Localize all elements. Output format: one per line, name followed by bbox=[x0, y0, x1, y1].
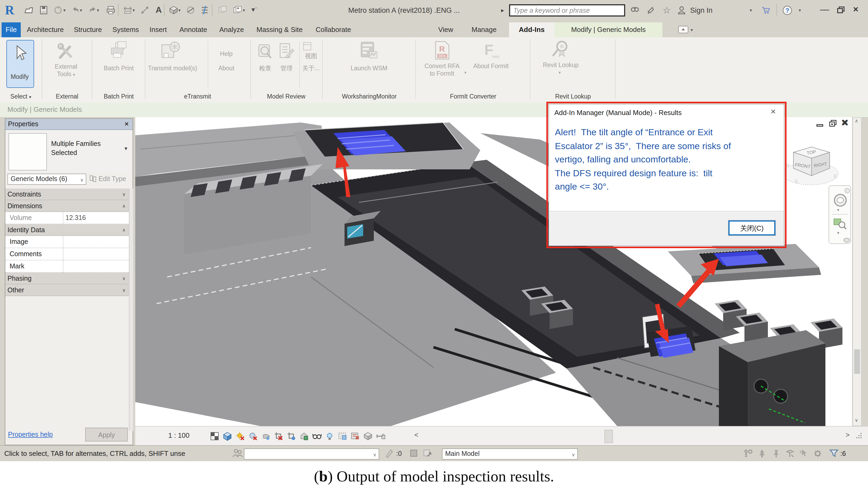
tab-systems[interactable]: Systems bbox=[110, 22, 141, 37]
sign-in-avatar-icon[interactable] bbox=[675, 4, 688, 16]
view-close-icon[interactable]: 🗙 bbox=[841, 119, 848, 127]
row-comments[interactable]: Comments bbox=[5, 248, 129, 260]
communication-center-icon[interactable] bbox=[644, 4, 657, 16]
exchange-cart-icon[interactable] bbox=[759, 4, 772, 16]
navigation-bar[interactable]: ▾ ▾ bbox=[829, 185, 851, 244]
about-formit-icon[interactable]: FPRO bbox=[480, 40, 500, 61]
switch-windows-dropdown[interactable]: ▾ bbox=[243, 8, 245, 13]
select-pinned-icon[interactable] bbox=[771, 448, 781, 461]
design-option-combo[interactable]: Main Model∨ bbox=[442, 448, 578, 460]
model-review-manage-label[interactable]: 管理 bbox=[275, 64, 298, 72]
close-hidden-windows-icon[interactable] bbox=[216, 4, 229, 16]
wsm-panel-label[interactable]: WorksharingMonitor bbox=[323, 92, 415, 101]
hscroll-thumb[interactable] bbox=[604, 430, 613, 443]
tab-file[interactable]: File bbox=[2, 22, 21, 37]
section-constraints[interactable]: Constraints∨ bbox=[5, 188, 129, 200]
tab-analyze[interactable]: Analyze bbox=[217, 22, 246, 37]
tab-massing-site[interactable]: Massing & Site bbox=[254, 22, 305, 37]
batch-print-panel-label[interactable]: Batch Print bbox=[93, 92, 145, 101]
apply-button[interactable]: Apply bbox=[85, 428, 128, 441]
etransmit-help-label[interactable]: Help bbox=[213, 50, 240, 58]
switch-windows-icon[interactable] bbox=[231, 4, 244, 16]
model-review-check-icon[interactable] bbox=[257, 41, 275, 61]
tab-collaborate[interactable]: Collaborate bbox=[313, 22, 354, 37]
row-volume[interactable]: Volume 12.316 bbox=[5, 212, 129, 224]
tab-add-ins[interactable]: Add-Ins bbox=[509, 22, 554, 37]
favorites-star-icon[interactable]: ☆ bbox=[660, 4, 673, 16]
tab-insert[interactable]: Insert bbox=[146, 22, 170, 37]
external-panel-label[interactable]: External bbox=[42, 92, 91, 101]
row-image[interactable]: Image bbox=[5, 236, 129, 248]
visual-style-icon[interactable] bbox=[221, 430, 233, 441]
thin-lines-icon[interactable] bbox=[198, 4, 211, 16]
batch-print-label[interactable]: Batch Print bbox=[96, 64, 142, 72]
type-selector[interactable]: Multiple Families Selected ▼ bbox=[5, 130, 133, 171]
redo-dropdown[interactable]: ▾ bbox=[97, 8, 99, 13]
3d-view-dropdown[interactable]: ▾ bbox=[179, 8, 181, 13]
search-expand-icon[interactable]: ▸ bbox=[501, 7, 504, 14]
convert-rfa-label[interactable]: Convert RFAto FormIt bbox=[422, 62, 462, 77]
section-other[interactable]: Other∨ bbox=[5, 284, 129, 296]
aligned-dimension-icon[interactable] bbox=[138, 4, 151, 16]
tab-view[interactable]: View bbox=[435, 22, 456, 37]
sun-path-icon[interactable] bbox=[234, 430, 245, 441]
revit-lookup-panel-label[interactable]: Revit Lookup bbox=[531, 92, 615, 101]
revit-lookup-dropdown[interactable]: ▾ bbox=[559, 70, 561, 75]
minimize-button[interactable]: — bbox=[820, 3, 829, 16]
temporary-hide-isolate-icon[interactable] bbox=[311, 430, 322, 441]
model-review-view-icon[interactable] bbox=[303, 41, 312, 51]
sync-dropdown[interactable]: ▾ bbox=[63, 8, 65, 13]
model-review-about-label[interactable]: 关于... bbox=[299, 64, 323, 72]
viewcube-e[interactable]: E bbox=[834, 174, 837, 179]
search-input[interactable] bbox=[509, 4, 625, 16]
transmit-models-icon[interactable] bbox=[160, 40, 181, 61]
close-button[interactable]: × bbox=[853, 3, 858, 16]
measure-icon[interactable] bbox=[121, 4, 134, 16]
edit-type-button[interactable]: Edit Type bbox=[89, 174, 132, 185]
view-bar-collapse-icon[interactable]: < bbox=[414, 431, 418, 439]
revit-lookup-label[interactable]: Revit Lookup bbox=[539, 61, 583, 69]
properties-header[interactable]: Properties × bbox=[5, 119, 133, 130]
section-identity-data[interactable]: Identity Data∧ bbox=[5, 224, 129, 236]
crop-region-icon[interactable] bbox=[285, 430, 297, 441]
section-icon[interactable] bbox=[184, 4, 197, 16]
shadows-icon[interactable] bbox=[247, 430, 258, 441]
properties-scrollbar[interactable] bbox=[129, 188, 133, 431]
text-icon[interactable]: A bbox=[152, 4, 165, 16]
steering-wheel-icon[interactable] bbox=[833, 193, 848, 210]
qat-customize-icon[interactable]: ▼̄ bbox=[250, 7, 256, 13]
modify-button[interactable]: Modify bbox=[7, 40, 34, 88]
external-tools-icon[interactable] bbox=[56, 41, 76, 62]
section-phasing[interactable]: Phasing∨ bbox=[5, 273, 129, 284]
editable-only-icon[interactable] bbox=[384, 448, 394, 460]
batch-print-icon[interactable] bbox=[108, 40, 129, 61]
tab-structure[interactable]: Structure bbox=[71, 22, 105, 37]
detail-level-icon[interactable] bbox=[209, 430, 220, 441]
section-dimensions[interactable]: Dimensions∧ bbox=[5, 200, 129, 212]
viewcube[interactable]: W S E TOP FRONT RIGHT bbox=[781, 141, 845, 190]
undo-dropdown[interactable]: ▾ bbox=[80, 8, 82, 13]
model-review-panel-label[interactable]: Model Review bbox=[250, 92, 322, 101]
wheel-dropdown[interactable]: ▾ bbox=[837, 208, 839, 212]
select-underlay-icon[interactable] bbox=[757, 448, 767, 461]
tab-architecture[interactable]: Architecture bbox=[24, 22, 66, 37]
sync-icon[interactable] bbox=[52, 4, 64, 16]
convert-rfa-icon[interactable]: RRFA bbox=[432, 40, 452, 61]
launch-wsm-icon[interactable] bbox=[358, 40, 379, 61]
select-panel-label[interactable]: Select ▾ bbox=[0, 92, 41, 101]
scroll-up-icon[interactable]: ∧ bbox=[855, 118, 858, 124]
sign-in-label[interactable]: Sign In bbox=[690, 7, 712, 14]
zoom-icon[interactable] bbox=[833, 216, 847, 232]
restore-button[interactable] bbox=[836, 5, 846, 17]
model-review-manage-icon[interactable] bbox=[278, 41, 295, 61]
vertical-scrollbar[interactable]: ∧ ∨ bbox=[853, 117, 861, 426]
properties-close-icon[interactable]: × bbox=[125, 120, 129, 128]
hscroll-right-icon[interactable]: > bbox=[846, 431, 849, 439]
tab-modify-generic-models[interactable]: Modify | Generic Models bbox=[554, 22, 662, 37]
properties-help-link[interactable]: Properties help bbox=[8, 431, 53, 438]
revit-lookup-icon[interactable] bbox=[551, 39, 570, 60]
view-restore-icon[interactable] bbox=[829, 119, 838, 130]
view-minimize-icon[interactable] bbox=[816, 120, 824, 130]
select-links-icon[interactable] bbox=[743, 448, 754, 461]
zoom-dropdown[interactable]: ▾ bbox=[837, 231, 839, 235]
